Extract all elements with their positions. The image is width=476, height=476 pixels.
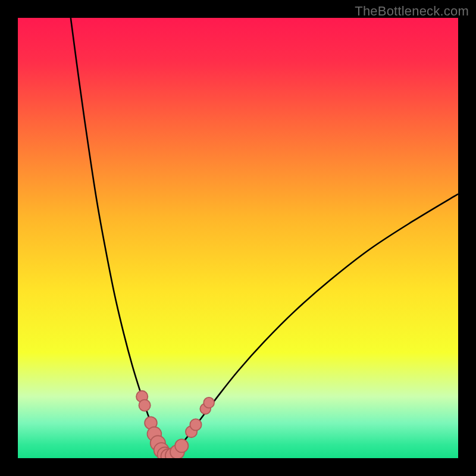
data-marker [203, 397, 214, 408]
chart-background [18, 18, 458, 458]
data-marker [175, 439, 188, 452]
data-marker [190, 419, 201, 430]
bottleneck-chart [18, 18, 458, 458]
watermark-text: TheBottleneck.com [355, 4, 469, 19]
chart-svg [18, 18, 458, 458]
data-marker [139, 400, 151, 411]
app-frame: TheBottleneck.com [0, 0, 476, 476]
